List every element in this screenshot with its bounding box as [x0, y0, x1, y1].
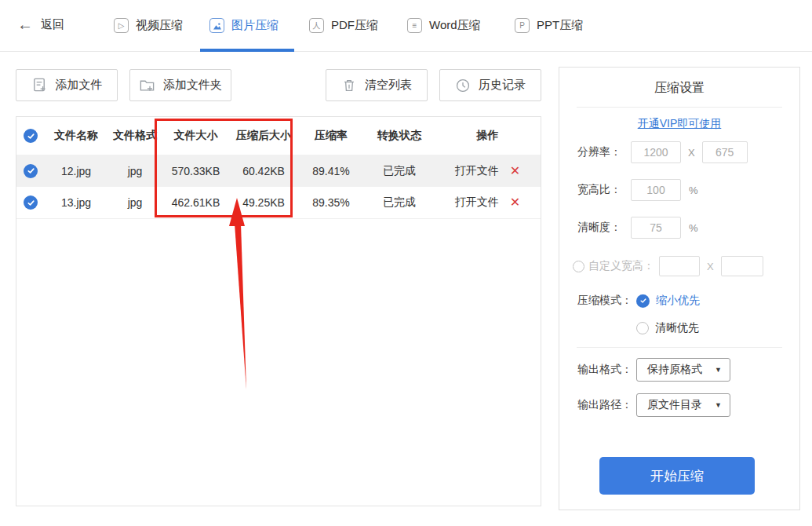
add-file-label: 添加文件 — [56, 78, 103, 93]
check-icon — [27, 199, 35, 207]
tab-word-compress[interactable]: ≡ Word压缩 — [407, 18, 481, 33]
add-folder-label: 添加文件夹 — [163, 78, 222, 93]
resolution-separator: X — [688, 147, 695, 159]
output-format-dropdown[interactable]: 保持原格式 ▼ — [636, 358, 730, 382]
table-row: 12.jpg jpg 570.33KB 60.42KB 89.41% 已完成 打… — [16, 155, 541, 187]
output-path-row: 输出路径： 原文件目录 ▼ — [577, 393, 790, 417]
word-doc-icon: ≡ — [407, 18, 422, 33]
output-path-dropdown[interactable]: 原文件目录 ▼ — [636, 393, 730, 417]
select-all-checkbox[interactable] — [24, 129, 38, 143]
image-picture-icon — [209, 18, 224, 33]
add-file-button[interactable]: 添加文件 — [16, 69, 118, 101]
custom-size-radio[interactable] — [573, 261, 584, 272]
chevron-down-icon: ▼ — [715, 401, 722, 409]
top-nav-bar: ← 返回 ▷ 视频压缩 图片压缩 人 PDF压缩 ≡ Word压缩 P PPT压… — [0, 0, 812, 52]
pdf-file-icon: 人 — [309, 18, 324, 33]
resolution-width-input[interactable]: 1200 — [631, 141, 681, 163]
custom-size-row: 自定义宽高： X — [573, 256, 790, 276]
tab-label: 视频压缩 — [136, 18, 183, 33]
start-compress-button[interactable]: 开始压缩 — [599, 457, 755, 495]
tab-pdf-compress[interactable]: 人 PDF压缩 — [309, 18, 378, 33]
divider — [577, 107, 782, 108]
mode-shrink-radio[interactable] — [636, 294, 650, 308]
clarity-row: 清晰度： 75 % — [577, 217, 790, 239]
compressed-size: 49.25KB — [229, 196, 298, 209]
delete-icon[interactable]: ✕ — [510, 165, 520, 177]
video-play-icon: ▷ — [114, 18, 129, 33]
file-format: jpg — [107, 165, 162, 177]
aspect-ratio-label: 宽高比： — [577, 183, 631, 197]
custom-height-input[interactable] — [721, 256, 763, 276]
mode-shrink-label[interactable]: 缩小优先 — [656, 294, 700, 308]
back-button[interactable]: ← 返回 — [17, 16, 64, 32]
compress-mode-label: 压缩模式： — [577, 294, 636, 308]
output-path-label: 输出路径： — [577, 398, 636, 412]
tab-label: Word压缩 — [429, 18, 481, 33]
back-label: 返回 — [41, 17, 64, 32]
clarity-unit: % — [689, 222, 698, 234]
table-row: 13.jpg jpg 462.61KB 49.25KB 89.35% 已完成 打… — [16, 187, 541, 219]
open-file-link[interactable]: 打开文件 — [455, 195, 499, 210]
resolution-label: 分辨率： — [577, 145, 631, 159]
custom-width-input[interactable] — [659, 256, 700, 276]
tab-image-compress[interactable]: 图片压缩 — [209, 18, 279, 33]
trash-icon — [341, 78, 357, 93]
history-label: 历史记录 — [479, 78, 526, 93]
clarity-label: 清晰度： — [577, 221, 631, 235]
col-header-operation: 操作 — [435, 129, 541, 143]
settings-title: 压缩设置 — [559, 80, 799, 97]
row-checkbox[interactable] — [24, 195, 38, 210]
check-icon — [27, 132, 35, 141]
compression-rate: 89.35% — [298, 196, 364, 209]
vip-link[interactable]: 开通VIP即可使用 — [559, 117, 799, 131]
output-format-value: 保持原格式 — [647, 363, 702, 377]
add-file-icon — [31, 77, 48, 93]
compress-mode-row2: 清晰优先 — [577, 321, 790, 335]
row-checkbox[interactable] — [24, 164, 38, 178]
mode-clarity-label[interactable]: 清晰优先 — [655, 321, 699, 335]
mode-clarity-radio[interactable] — [636, 322, 649, 334]
clarity-input[interactable]: 75 — [631, 217, 681, 239]
col-header-status: 转换状态 — [364, 129, 435, 143]
clock-icon — [455, 78, 471, 93]
output-format-row: 输出格式： 保持原格式 ▼ — [577, 358, 790, 382]
aspect-ratio-unit: % — [689, 184, 698, 196]
col-header-name: 文件名称 — [45, 129, 107, 143]
compression-settings-panel: 压缩设置 开通VIP即可使用 分辨率： 1200 X 675 宽高比： 100 … — [559, 67, 800, 510]
check-icon — [639, 297, 647, 305]
compression-rate: 89.41% — [298, 165, 364, 177]
delete-icon[interactable]: ✕ — [510, 196, 520, 209]
aspect-ratio-row: 宽高比： 100 % — [577, 179, 790, 201]
image-compressor-window: ← 返回 ▷ 视频压缩 图片压缩 人 PDF压缩 ≡ Word压缩 P PPT压… — [0, 0, 812, 526]
custom-size-label: 自定义宽高： — [588, 259, 654, 273]
add-folder-icon — [139, 77, 155, 93]
clear-list-button[interactable]: 清空列表 — [326, 69, 428, 101]
aspect-ratio-input[interactable]: 100 — [631, 179, 681, 201]
file-name: 12.jpg — [45, 165, 107, 177]
tab-label: PPT压缩 — [537, 18, 583, 33]
status: 已完成 — [364, 164, 435, 178]
back-arrow-icon: ← — [17, 16, 33, 32]
status: 已完成 — [364, 195, 435, 210]
file-name: 13.jpg — [45, 196, 107, 209]
file-list: 文件名称 文件格式 文件大小 压缩后大小 压缩率 转换状态 操作 12.jpg … — [16, 116, 541, 506]
clear-list-label: 清空列表 — [365, 78, 412, 93]
tab-label: PDF压缩 — [331, 18, 378, 33]
tab-label: 图片压缩 — [231, 18, 279, 33]
open-file-link[interactable]: 打开文件 — [455, 164, 499, 178]
add-folder-button[interactable]: 添加文件夹 — [129, 69, 231, 101]
col-header-size: 文件大小 — [162, 129, 229, 143]
table-header-row: 文件名称 文件格式 文件大小 压缩后大小 压缩率 转换状态 操作 — [16, 117, 541, 155]
compress-mode-row: 压缩模式： 缩小优先 — [577, 294, 790, 308]
resolution-height-input[interactable]: 675 — [702, 141, 748, 163]
custom-size-separator: X — [707, 261, 714, 272]
active-tab-underline — [200, 49, 294, 52]
tab-video-compress[interactable]: ▷ 视频压缩 — [114, 18, 183, 33]
ppt-file-icon: P — [515, 18, 530, 33]
history-button[interactable]: 历史记录 — [439, 69, 541, 101]
col-header-format: 文件格式 — [107, 129, 162, 143]
tab-ppt-compress[interactable]: P PPT压缩 — [515, 18, 583, 33]
file-size: 570.33KB — [162, 165, 229, 177]
resolution-row: 分辨率： 1200 X 675 — [577, 141, 790, 163]
check-icon — [27, 166, 35, 175]
